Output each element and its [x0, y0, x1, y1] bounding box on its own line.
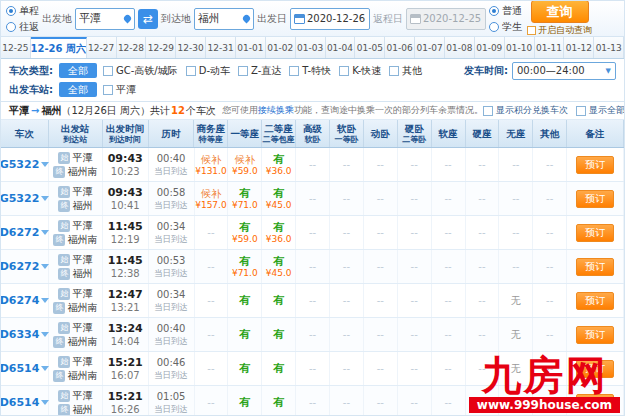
seat-cell[interactable]: 有¥45.0: [262, 182, 296, 215]
checkbox-icon[interactable]: [483, 106, 493, 116]
radio-icon[interactable]: [6, 6, 16, 16]
train-type-option-Z-直达[interactable]: Z-直达: [238, 64, 281, 78]
swap-stations-button[interactable]: ⇄: [138, 9, 158, 29]
to-station-input[interactable]: [198, 12, 243, 25]
checkbox-icon[interactable]: [527, 26, 536, 35]
seat-availability[interactable]: 有: [273, 396, 284, 409]
checkbox-icon[interactable]: [103, 66, 113, 76]
display-toggle-显示全部可预订车次[interactable]: 显示全部可预订车次: [576, 104, 624, 117]
seat-cell[interactable]: 有: [228, 352, 262, 385]
query-button[interactable]: 查询: [531, 0, 589, 23]
seat-availability[interactable]: 有: [239, 396, 250, 409]
radio-icon[interactable]: [489, 6, 499, 16]
trip-type-option-0[interactable]: 单程: [6, 4, 39, 18]
train-type-option-GC-高铁/城际[interactable]: GC-高铁/城际: [103, 64, 178, 78]
date-tab-01-09[interactable]: 01-09: [475, 37, 505, 58]
seat-cell[interactable]: 有: [228, 386, 262, 416]
seat-availability[interactable]: 有: [239, 255, 250, 268]
date-tab-12-30[interactable]: 12-30: [176, 37, 206, 58]
seat-cell[interactable]: 有: [262, 284, 296, 317]
seat-cell[interactable]: 有¥59.0: [228, 216, 262, 249]
date-tab-01-02[interactable]: 01-02: [266, 37, 296, 58]
seat-availability[interactable]: 有: [239, 221, 250, 234]
seat-cell[interactable]: 有¥71.0: [228, 182, 262, 215]
book-button[interactable]: 预订: [576, 326, 614, 344]
seat-availability[interactable]: 有: [273, 153, 284, 166]
date-tab-01-08[interactable]: 01-08: [445, 37, 475, 58]
seat-availability[interactable]: 有: [239, 187, 250, 200]
seat-availability[interactable]: 候补: [201, 153, 221, 166]
book-button[interactable]: 预订: [576, 224, 614, 242]
checkbox-icon[interactable]: [186, 66, 196, 76]
seat-cell[interactable]: 有¥36.0: [262, 216, 296, 249]
date-tab-01-13[interactable]: 01-13: [594, 37, 624, 58]
seat-availability[interactable]: 候补: [201, 187, 221, 200]
seat-cell[interactable]: 有: [262, 386, 296, 416]
seat-cell[interactable]: 有: [228, 284, 262, 317]
train-number-link[interactable]: G5322: [0, 158, 49, 171]
book-button[interactable]: 预订: [576, 292, 614, 310]
train-type-option-K-快速[interactable]: K-快速: [339, 64, 381, 78]
checkbox-icon[interactable]: [389, 66, 399, 76]
seat-cell[interactable]: 有: [228, 318, 262, 351]
depart-date-field[interactable]: [290, 8, 370, 30]
seat-availability[interactable]: 有: [239, 328, 250, 341]
date-tab-01-04[interactable]: 01-04: [326, 37, 356, 58]
book-button[interactable]: 预订: [576, 190, 614, 208]
date-tab-01-07[interactable]: 01-07: [415, 37, 445, 58]
train-number-link[interactable]: D6274: [0, 294, 49, 307]
passenger-type-option-0[interactable]: 普通: [489, 4, 522, 18]
train-type-option-其他[interactable]: 其他: [389, 64, 422, 78]
transfer-link[interactable]: 接续换乘: [258, 105, 294, 115]
radio-icon[interactable]: [489, 22, 499, 32]
date-tab-01-03[interactable]: 01-03: [296, 37, 326, 58]
to-station-field[interactable]: [194, 8, 254, 30]
checkbox-icon[interactable]: [576, 106, 586, 116]
train-number-link[interactable]: D6334: [0, 328, 49, 341]
date-tab-12-27[interactable]: 12-27: [87, 37, 117, 58]
depart-time-select[interactable]: 00:00—24:00 ▼: [512, 62, 616, 80]
date-tab-12-29[interactable]: 12-29: [146, 37, 176, 58]
date-tab-12-28[interactable]: 12-28: [117, 37, 147, 58]
date-tab-12-25[interactable]: 12-25: [1, 37, 31, 58]
from-station-input[interactable]: [79, 12, 124, 25]
seat-cell[interactable]: 候补¥59.0: [228, 148, 262, 181]
train-number-link[interactable]: D6272: [0, 260, 49, 273]
train-type-option-T-特快[interactable]: T-特快: [289, 64, 331, 78]
display-toggle-显示积分兑换车次[interactable]: 显示积分兑换车次: [483, 104, 568, 117]
train-number-link[interactable]: D6514: [0, 396, 49, 409]
date-tab-01-12[interactable]: 01-12: [564, 37, 594, 58]
seat-availability[interactable]: 有: [273, 328, 284, 341]
date-tab-12-31[interactable]: 12-31: [206, 37, 236, 58]
train-type-all-tag[interactable]: 全部: [59, 63, 97, 78]
book-button[interactable]: 预订: [576, 156, 614, 174]
train-type-option-D-动车[interactable]: D-动车: [186, 64, 230, 78]
date-tab-01-10[interactable]: 01-10: [505, 37, 535, 58]
checkbox-icon[interactable]: [238, 66, 248, 76]
train-number-link[interactable]: D6272: [0, 226, 49, 239]
seat-availability[interactable]: 有: [239, 362, 250, 375]
trip-type-option-1[interactable]: 往返: [6, 20, 39, 34]
train-number-link[interactable]: G5322: [0, 192, 49, 205]
seat-availability[interactable]: 有: [239, 294, 250, 307]
passenger-type-option-1[interactable]: 学生: [489, 20, 522, 34]
seat-availability[interactable]: 有: [273, 187, 284, 200]
book-button[interactable]: 预订: [576, 258, 614, 276]
seat-availability[interactable]: 候补: [235, 153, 255, 166]
seat-cell[interactable]: 有¥71.0: [228, 250, 262, 283]
depart-date-input[interactable]: [307, 13, 366, 24]
depart-station-all-tag[interactable]: 全部: [59, 82, 97, 97]
auto-query-toggle[interactable]: 开启自动查询: [527, 24, 592, 37]
seat-availability[interactable]: 有: [273, 362, 284, 375]
seat-cell[interactable]: 有¥36.0: [262, 148, 296, 181]
date-tab-01-05[interactable]: 01-05: [355, 37, 385, 58]
depart-station-option-平潭[interactable]: 平潭: [103, 83, 136, 97]
checkbox-icon[interactable]: [339, 66, 349, 76]
date-tab-12-26[interactable]: 12-26 周六: [31, 37, 87, 58]
date-tab-01-11[interactable]: 01-11: [535, 37, 565, 58]
seat-availability[interactable]: 有: [273, 294, 284, 307]
seat-availability[interactable]: 有: [273, 221, 284, 234]
seat-cell[interactable]: 有¥45.0: [262, 250, 296, 283]
seat-availability[interactable]: 有: [273, 255, 284, 268]
seat-cell[interactable]: 有: [262, 352, 296, 385]
